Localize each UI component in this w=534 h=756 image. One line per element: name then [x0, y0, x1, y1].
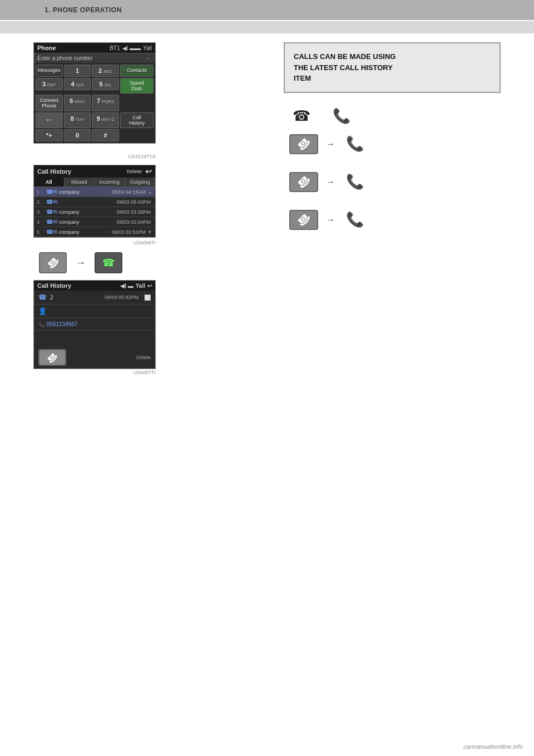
- ch-delete-btn[interactable]: Delete: [127, 169, 142, 174]
- person-icon: 👤: [38, 307, 47, 315]
- section-title: 1. PHONE OPERATION: [44, 6, 122, 14]
- step1-phone-icon: ☎: [293, 107, 310, 125]
- right-column: CALLS CAN BE MADE USING THE LATEST CALL …: [284, 42, 501, 381]
- phone-keypad: Messages 1 2 ABC Contacts 3 DEF 4 GHI 5 …: [34, 63, 155, 143]
- step1-icon-right: 📞: [329, 106, 354, 126]
- phone-key-connect[interactable]: ConnectPhone: [36, 95, 63, 111]
- ch-detail-name: 2: [50, 294, 53, 301]
- page-wrapper: 1. PHONE OPERATION Phone BT1 ◀I ▬▬ Yall …: [0, 0, 534, 756]
- phone-key-7[interactable]: 7 PQRS: [92, 95, 119, 111]
- ch-row-2[interactable]: 2 ☎✉ 09/03 05:42PM: [34, 197, 155, 207]
- step1-icon-left: ☎: [289, 106, 314, 126]
- step-item-3: ☎ → 📞: [289, 172, 501, 192]
- info-box: CALLS CAN BE MADE USING THE LATEST CALL …: [284, 42, 501, 93]
- ch-detail-phone-number-row[interactable]: 📞 0561234567: [34, 318, 155, 331]
- ch-detail-spacer: [34, 331, 155, 346]
- ch-detail-scroll-icon: ⬜: [144, 294, 151, 301]
- main-content: Phone BT1 ◀I ▬▬ Yall Enter a phone numbe…: [0, 42, 534, 381]
- phone-key-3[interactable]: Contacts: [120, 65, 154, 77]
- step2-arrow: →: [326, 139, 335, 149]
- info-line2: THE LATEST CALL HISTORY: [294, 63, 393, 72]
- phone-key-call-history[interactable]: CallHistory: [120, 112, 154, 128]
- phone-key-8[interactable]: 8 TUV: [64, 112, 91, 128]
- start-call-icon: ☎: [102, 257, 115, 269]
- ch-tabs: All Missed Incoming Outgoing: [34, 178, 155, 187]
- phone-key-1[interactable]: 1: [64, 65, 91, 77]
- phone-key-0[interactable]: 0: [64, 129, 91, 141]
- step3-icon-right: 📞: [343, 172, 367, 192]
- phone-signal: ◀I ▬▬: [122, 45, 141, 51]
- phone-key-hash[interactable]: #: [92, 129, 119, 141]
- footer-logo: carmanualsonline.info: [463, 742, 523, 750]
- step2-handset-icon: 📞: [346, 135, 364, 153]
- phone-titlebar: Phone BT1 ◀I ▬▬ Yall: [34, 43, 155, 53]
- info-line3: ITEM: [294, 74, 311, 82]
- ch-detail-title: Call History: [37, 282, 71, 289]
- step3-end-btn[interactable]: ☎: [289, 172, 318, 192]
- step3-end-icon: ☎: [294, 172, 314, 192]
- ch-detail-back-btn[interactable]: ↩: [147, 283, 152, 289]
- ch-detail-phone-icon: ☎: [38, 293, 47, 301]
- ch-tab-all[interactable]: All: [34, 178, 65, 186]
- phone-key-messages[interactable]: Messages: [36, 65, 63, 77]
- phone-screen: Phone BT1 ◀I ▬▬ Yall Enter a phone numbe…: [33, 42, 156, 144]
- end-call-icon: ☎: [44, 254, 61, 271]
- ch-screen-label: US4006TI: [33, 240, 156, 246]
- phone-key-back[interactable]: ←: [36, 112, 63, 128]
- step-item-1: ☎ 📞: [289, 106, 501, 126]
- phone-key-3-def[interactable]: 3 DEF: [36, 78, 63, 90]
- phone-input-row[interactable]: Enter a phone number ←: [34, 53, 155, 63]
- ch-tab-outgoing[interactable]: Outgoing: [125, 178, 156, 186]
- step4-icon-right: 📞: [343, 210, 367, 230]
- ch-row-1[interactable]: 1 ☎✉ company 09/04 04:15AM ▲: [34, 187, 155, 197]
- ch-detail-titlebar: Call History ◀I ▬ Yall ↩: [34, 281, 155, 291]
- ch-detail-name-row: ☎ 2 09/03 05:42PM ⬜: [34, 291, 155, 305]
- ch-row-3[interactable]: 3 ☎✉ company 09/03 03:35PM: [34, 207, 155, 217]
- ch-tab-missed[interactable]: Missed: [65, 178, 95, 186]
- steps-container: ☎ 📞 ☎ → 📞: [284, 106, 501, 233]
- phone-backspace-icon[interactable]: ←: [146, 55, 152, 61]
- ch-row-4[interactable]: 4 ☎✉ company 09/03 02:54PM: [34, 217, 155, 227]
- phone-key-4[interactable]: 4 GHI: [64, 78, 91, 90]
- ch-detail-time: 09/03 05:42PM: [105, 294, 139, 300]
- phone-network: Yall: [143, 45, 152, 51]
- start-call-button[interactable]: ☎: [95, 252, 122, 273]
- step4-end-btn[interactable]: ☎: [289, 210, 318, 230]
- step-row-buttons: ☎ → ☎: [33, 252, 267, 273]
- step-arrow-icon: →: [76, 257, 86, 269]
- phone-key-star[interactable]: *+: [36, 129, 63, 141]
- ch-back-btn[interactable]: ↩: [145, 167, 152, 176]
- ch-detail-end-icon: ☎: [44, 350, 60, 365]
- ch-detail-signal: ◀I ▬: [120, 283, 134, 289]
- phone-status: BT1 ◀I ▬▬ Yall: [110, 45, 152, 51]
- sub-header: [0, 21, 534, 33]
- phone-input-placeholder: Enter a phone number: [37, 55, 93, 61]
- phone-key-5[interactable]: 5 JKL: [92, 78, 119, 90]
- top-header: 1. PHONE OPERATION: [0, 0, 534, 20]
- step4-handset-icon: 📞: [346, 211, 364, 228]
- step3-handset-icon: 📞: [346, 173, 364, 190]
- step2-end-icon: ☎: [294, 134, 314, 154]
- end-call-button[interactable]: ☎: [39, 252, 67, 273]
- ch-detail-network: Yall: [136, 283, 145, 289]
- ch-detail-person-row: 👤: [34, 305, 155, 318]
- row-spacer-1: [289, 162, 501, 168]
- ch-titlebar: Call History Delete ↩: [34, 165, 155, 178]
- ch-detail-delete-btn[interactable]: Delete: [136, 355, 151, 360]
- ch-rows: 1 ☎✉ company 09/04 04:15AM ▲ 2 ☎✉ 09/03 …: [34, 187, 155, 237]
- ch-detail-phone-number: 📞 0561234567: [38, 321, 77, 327]
- ch-row-5[interactable]: 5 ☎✉ company 09/03 02:51PM ▼: [34, 227, 155, 237]
- phone-key-9[interactable]: 9 WXYZ: [92, 112, 119, 128]
- step3-arrow: →: [326, 177, 335, 187]
- step2-end-btn[interactable]: ☎: [289, 134, 318, 154]
- step4-end-icon: ☎: [294, 210, 314, 229]
- ch-tab-incoming[interactable]: Incoming: [95, 178, 125, 186]
- phone-key-6[interactable]: 6 MNO: [64, 95, 91, 111]
- ch-title: Call History: [37, 168, 71, 175]
- step1-handset-icon: 📞: [333, 107, 350, 125]
- ch-detail-end-btn[interactable]: ☎: [38, 349, 66, 366]
- phone-key-speed-dials[interactable]: SpeedDials: [120, 78, 154, 94]
- info-line1: CALLS CAN BE MADE USING: [294, 52, 395, 61]
- phone-key-2[interactable]: 2 ABC: [92, 65, 119, 77]
- phone-bt: BT1: [110, 45, 120, 51]
